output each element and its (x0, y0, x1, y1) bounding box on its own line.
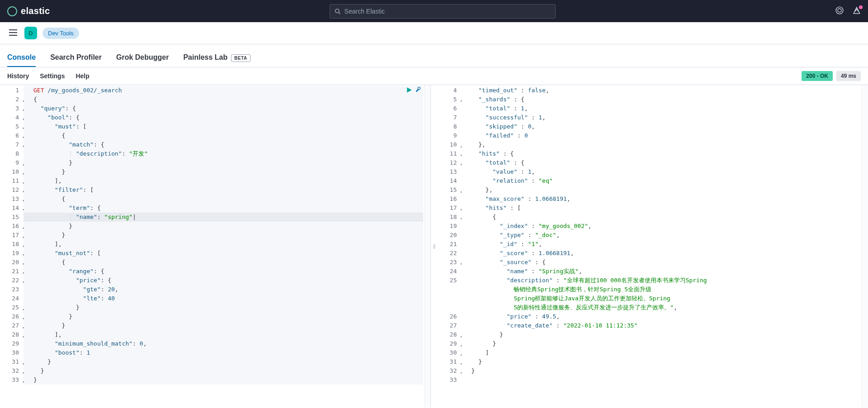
svg-point-0 (335, 9, 339, 12)
response-gutter: 45▾678910▴11▾12▾131415▴1617▾18▾192021222… (438, 85, 462, 384)
svg-point-3 (838, 9, 841, 12)
response-pane[interactable]: 45▾678910▴11▾12▾131415▴1617▾18▾192021222… (438, 85, 868, 408)
settings-link[interactable]: Settings (40, 72, 65, 80)
console-toolbar: HistorySettingsHelp 200 - OK 49 ms (0, 67, 868, 85)
nav-toggle-button[interactable] (7, 28, 19, 39)
tab-grok-debugger[interactable]: Grok Debugger (116, 49, 169, 67)
request-pane[interactable]: 12▾3▾4▾5▾6▾7▾89▴10▴11▴12▾13▾14▾1516▴17▴1… (0, 85, 431, 408)
elastic-logo[interactable]: elastic (7, 6, 50, 16)
svg-point-2 (836, 7, 843, 14)
tab-search-profiler[interactable]: Search Profiler (50, 49, 102, 67)
search-input[interactable] (344, 8, 551, 15)
svg-line-1 (339, 12, 340, 14)
global-search[interactable] (330, 4, 556, 19)
response-scrollbar[interactable] (862, 85, 868, 408)
dev-tools-tabs: ConsoleSearch ProfilerGrok DebuggerPainl… (0, 44, 868, 67)
tab-painless-lab[interactable]: Painless LabBETA (183, 49, 250, 67)
request-gutter: 12▾3▾4▾5▾6▾7▾89▴10▴11▴12▾13▾14▾1516▴17▴1… (0, 85, 24, 384)
beta-badge: BETA (231, 54, 250, 62)
elastic-logo-text: elastic (21, 6, 50, 16)
help-icon[interactable] (835, 6, 844, 16)
response-status-badge: 200 - OK (802, 71, 833, 81)
newsfeed-icon[interactable] (853, 6, 861, 16)
response-viewer: "timed_out" : false, "_shards" : { "tota… (462, 85, 868, 384)
request-options-button[interactable] (415, 87, 421, 95)
breadcrumb[interactable]: Dev Tools (42, 28, 79, 39)
run-request-button[interactable] (406, 87, 412, 95)
app-header: D Dev Tools (0, 22, 868, 44)
response-time-badge: 49 ms (836, 71, 861, 81)
notification-dot (859, 5, 863, 9)
search-icon (335, 8, 340, 14)
elastic-logo-icon (7, 6, 17, 16)
space-selector[interactable]: D (24, 27, 37, 39)
tab-console[interactable]: Console (7, 49, 36, 67)
request-editor[interactable]: GET /my_goods_002/_search { "query": { "… (24, 85, 430, 384)
pane-resizer[interactable]: || (431, 85, 438, 408)
editor-split: 12▾3▾4▾5▾6▾7▾89▴10▴11▴12▾13▾14▾1516▴17▴1… (0, 85, 868, 408)
global-header: elastic (0, 0, 868, 22)
history-link[interactable]: History (7, 72, 29, 80)
help-link[interactable]: Help (75, 72, 89, 80)
